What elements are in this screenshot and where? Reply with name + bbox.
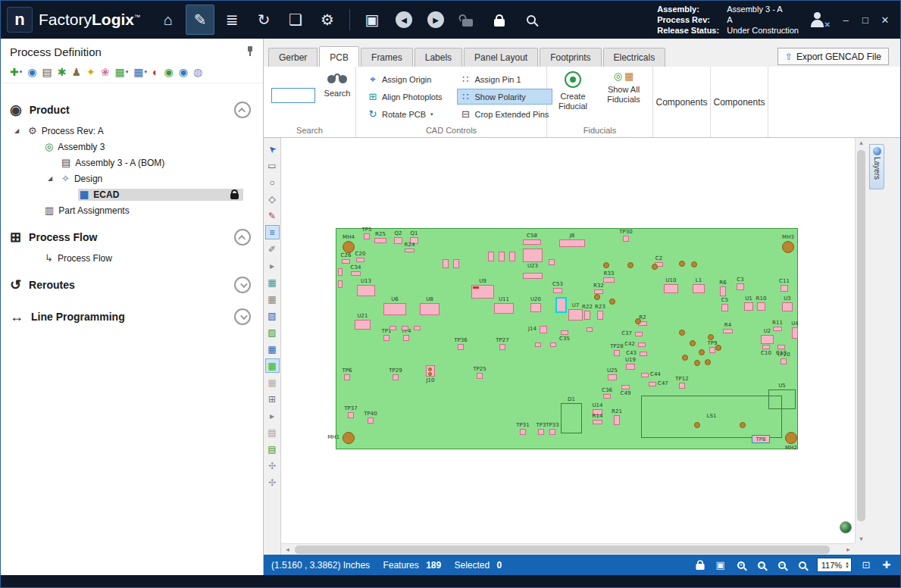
scroll-down-arrow[interactable]: ▾ [856, 535, 867, 543]
test-point[interactable] [538, 429, 544, 435]
scroll-right-arrow[interactable]: ▸ [843, 546, 854, 553]
component-pad[interactable] [762, 345, 770, 349]
component-pad[interactable] [641, 373, 649, 377]
crop-extended-pins-button[interactable]: ⊟Crop Extended Pins [457, 106, 553, 122]
assign-pin-1-button[interactable]: ∷Assign Pin 1 [457, 71, 553, 87]
tree-section-reroutes[interactable]: ↺Reroutes [1, 272, 263, 298]
tree-item-design[interactable]: ◢✧Design [1, 170, 263, 186]
expand-arrow-button[interactable] [234, 308, 251, 325]
component-pad[interactable] [723, 329, 733, 333]
mounting-hole[interactable] [785, 432, 797, 444]
tree-item-process-rev-a[interactable]: ◢⚙Process Rev: A [1, 123, 263, 139]
component-ic[interactable] [568, 309, 583, 321]
component-pad[interactable] [550, 342, 556, 347]
component-pad[interactable] [410, 237, 418, 244]
tab-frames[interactable]: Frames [361, 48, 413, 67]
mounting-hole[interactable] [782, 241, 794, 253]
collapse-arrow-button[interactable] [234, 229, 251, 246]
component-pad[interactable] [720, 286, 726, 296]
components-button-1[interactable]: Components [653, 67, 711, 137]
settings-gear-icon[interactable]: ⚙ [313, 5, 342, 35]
component-ic[interactable] [523, 249, 543, 262]
component-pad[interactable] [374, 238, 386, 243]
component-pad[interactable] [587, 327, 593, 332]
tree-icon[interactable]: ▦▾ [114, 66, 128, 78]
test-point[interactable] [364, 233, 370, 239]
process-editor-icon[interactable]: ✎ [186, 5, 214, 35]
component-pad[interactable] [777, 345, 785, 349]
component-pad[interactable] [608, 374, 617, 380]
component-pad[interactable] [509, 252, 515, 261]
tree-item-part-assignments[interactable]: ▥Part Assignments [1, 202, 263, 218]
show-all-fiducials-button[interactable]: ◎▦ Show All Fiducials [597, 71, 650, 126]
component-pad[interactable] [621, 385, 630, 389]
select-tool[interactable]: ➤ [265, 142, 280, 156]
component-pad[interactable] [594, 289, 603, 294]
test-point[interactable] [344, 374, 350, 380]
component-pad[interactable] [351, 271, 361, 276]
component-pad[interactable] [593, 420, 602, 424]
start-icon[interactable]: ◉ [164, 66, 173, 78]
grid-blue-tool[interactable]: ▦ [265, 342, 280, 356]
tree-item-process-flow[interactable]: ↳Process Flow [1, 250, 263, 266]
close-button[interactable]: ✕ [876, 11, 894, 28]
horizontal-scrollbar[interactable]: ◂ ▸ [281, 543, 855, 555]
collapse-arrow-button[interactable] [234, 102, 251, 118]
rotate-pcb-button[interactable]: ↻Rotate PCB▾ [364, 106, 446, 122]
grid-dim-tool[interactable]: ▦ [265, 375, 280, 389]
component-pad[interactable] [649, 382, 656, 386]
component-pad[interactable] [338, 280, 343, 288]
component-pad[interactable] [443, 259, 449, 268]
component-ic[interactable] [494, 303, 514, 314]
overlay-blue-tool[interactable]: ▧ [265, 308, 280, 323]
test-point[interactable] [679, 383, 685, 389]
history-icon[interactable]: ◐ [152, 66, 158, 78]
component-pad[interactable] [523, 239, 541, 245]
grid-gray-tool[interactable]: ▦ [265, 292, 280, 306]
component-pad[interactable] [721, 304, 728, 311]
layers-icon[interactable]: ▦▾ [133, 66, 147, 78]
component-ic[interactable] [471, 285, 494, 299]
clipboard-tool[interactable]: ▤ [265, 425, 280, 439]
tab-pcb[interactable]: PCB [319, 46, 359, 67]
forward-icon[interactable]: ▶ [421, 5, 450, 35]
test-point[interactable] [383, 335, 389, 341]
tree-item-ecad[interactable]: ▦ECAD [1, 186, 263, 202]
test-point-framed[interactable]: TP8 [752, 435, 770, 443]
component-pad[interactable] [405, 249, 415, 252]
tree-section-line-programming[interactable]: ↔Line Programming [1, 304, 263, 330]
zoom-window-icon[interactable]: □ [755, 558, 768, 572]
rectangle-select-tool[interactable]: ▭ [265, 158, 280, 173]
materials-icon[interactable]: ≣ [217, 5, 246, 35]
tab-labels[interactable]: Labels [415, 48, 462, 67]
tree-item-assembly-3[interactable]: ◎Assembly 3 [1, 139, 263, 155]
component-outline[interactable] [641, 396, 782, 438]
component-ic[interactable] [383, 303, 406, 315]
component-pad[interactable] [453, 259, 459, 268]
component-pad[interactable] [394, 237, 402, 244]
component-ic[interactable] [530, 303, 541, 312]
zoom-out-icon[interactable]: − [775, 558, 789, 572]
component-ic[interactable] [664, 284, 678, 293]
component-pad[interactable] [561, 330, 568, 335]
component-outline[interactable] [561, 403, 582, 433]
component-pad[interactable] [584, 311, 590, 320]
fiducial-flower-tool[interactable]: ✣ [265, 458, 280, 473]
pin-icon[interactable] [246, 46, 254, 57]
assign-origin-button[interactable]: ⌖Assign Origin [364, 71, 446, 87]
mounting-hole[interactable] [343, 241, 355, 253]
test-point[interactable] [477, 373, 483, 379]
component-pad[interactable] [535, 342, 541, 347]
component-pad[interactable] [603, 394, 611, 399]
component-pad[interactable] [389, 326, 396, 330]
print-icon[interactable]: ▤ [42, 66, 52, 78]
component-pad[interactable] [338, 268, 343, 276]
zoom-dynamic-icon[interactable] [796, 558, 809, 572]
expand-arrow-button[interactable] [234, 277, 251, 293]
component-pad[interactable] [597, 311, 603, 320]
component-pad[interactable] [640, 352, 647, 356]
test-point[interactable] [781, 358, 787, 364]
tab-electricals[interactable]: Electricals [603, 48, 666, 67]
zoom-in-icon[interactable]: + [734, 558, 748, 572]
create-fiducial-button[interactable]: Create Fiducial [552, 71, 594, 126]
